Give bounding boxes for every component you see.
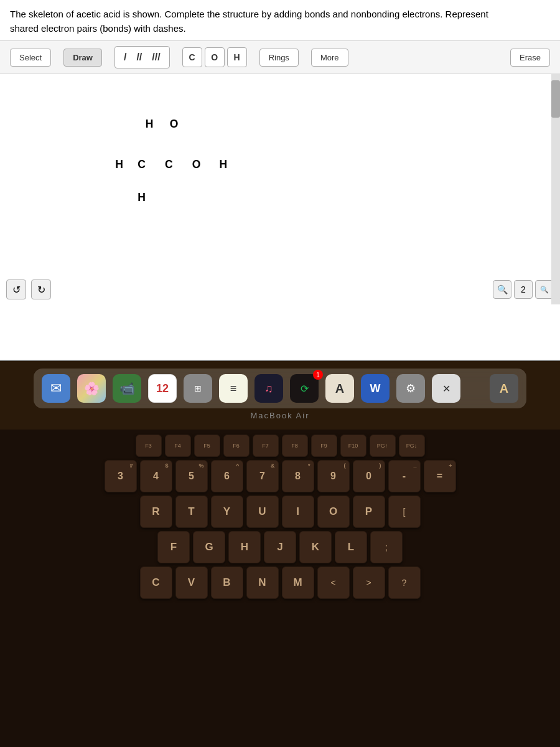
dock: ✉ 🌸 📹 12 ⊞ ≡ ♫ ⟳ 1 A W ⚙ bbox=[34, 369, 526, 408]
zoom-controls: 🔍 2 🔍 bbox=[493, 280, 554, 299]
key-r[interactable]: R bbox=[140, 496, 172, 528]
zxcv-row: C V B N M < > ? bbox=[12, 566, 548, 599]
key-p[interactable]: P bbox=[353, 496, 385, 528]
key-6[interactable]: ^ 6 bbox=[211, 460, 243, 492]
key-f[interactable]: F bbox=[157, 531, 190, 563]
atom-H-right: H bbox=[220, 158, 228, 171]
atom-H-top: H bbox=[146, 118, 154, 130]
double-bond-button[interactable]: // bbox=[133, 49, 146, 65]
key-f12[interactable]: PG↓ bbox=[399, 435, 425, 457]
erase-button[interactable]: Erase bbox=[510, 49, 550, 67]
key-plus[interactable]: + = bbox=[424, 460, 456, 492]
key-7[interactable]: & 7 bbox=[246, 460, 279, 492]
key-t[interactable]: T bbox=[175, 496, 208, 528]
atom-C-left: C bbox=[138, 158, 146, 171]
key-comma[interactable]: < bbox=[317, 566, 350, 599]
key-f11[interactable]: PG↑ bbox=[370, 435, 396, 457]
qwerty-row: R T Y U I O P [ bbox=[12, 496, 548, 528]
macbook-label: MacBook Air bbox=[251, 411, 310, 420]
atom-C-right: C bbox=[165, 158, 173, 171]
dock-music[interactable]: ♫ bbox=[253, 372, 285, 405]
redo-button[interactable]: ↻ bbox=[31, 280, 51, 299]
key-h[interactable]: H bbox=[228, 531, 261, 563]
key-f9[interactable]: F9 bbox=[311, 435, 337, 457]
key-5[interactable]: % 5 bbox=[175, 460, 208, 492]
atom-O-right: O bbox=[192, 158, 201, 171]
undo-button[interactable]: ↺ bbox=[6, 280, 26, 299]
dock-font[interactable]: A bbox=[324, 372, 356, 405]
bond-buttons: / // /// bbox=[114, 46, 170, 68]
canvas-area[interactable]: H O H C C O H H ↺ ↻ 🔍 2 🔍 bbox=[0, 74, 560, 304]
dock-reminders[interactable]: ≡ bbox=[217, 372, 250, 405]
spotify-badge: 1 bbox=[313, 370, 323, 380]
key-b[interactable]: B bbox=[211, 566, 243, 599]
atom-O-top: O bbox=[170, 118, 179, 130]
key-n[interactable]: N bbox=[246, 566, 279, 599]
key-j[interactable]: J bbox=[264, 531, 296, 563]
problem-text: The skeleton of acetic acid is shown. Co… bbox=[0, 0, 560, 41]
select-button[interactable]: Select bbox=[10, 49, 51, 67]
key-f7[interactable]: F7 bbox=[253, 435, 279, 457]
atom-H-bottom: H bbox=[138, 191, 146, 204]
key-m[interactable]: M bbox=[282, 566, 314, 599]
dock-facetime[interactable]: 📹 bbox=[111, 372, 143, 405]
key-8[interactable]: * 8 bbox=[282, 460, 314, 492]
key-0[interactable]: ) 0 bbox=[353, 460, 385, 492]
key-period[interactable]: > bbox=[353, 566, 385, 599]
more-button[interactable]: More bbox=[311, 49, 348, 67]
key-g[interactable]: G bbox=[193, 531, 225, 563]
rings-button[interactable]: Rings bbox=[259, 49, 299, 67]
key-o[interactable]: O bbox=[317, 496, 350, 528]
num-key-row: # 3 $ 4 % 5 ^ 6 & 7 * 8 bbox=[12, 460, 548, 492]
key-f3[interactable]: F3 bbox=[136, 435, 162, 457]
atom-H-left: H bbox=[115, 158, 123, 171]
molecule-svg: H O H C C O H H bbox=[0, 74, 560, 304]
key-dash[interactable]: _ - bbox=[388, 460, 421, 492]
key-i[interactable]: I bbox=[282, 496, 314, 528]
key-f4[interactable]: F4 bbox=[165, 435, 191, 457]
dock-launchpad[interactable]: ⊞ bbox=[182, 372, 214, 405]
carbon-button[interactable]: C bbox=[182, 47, 202, 67]
dock-spotify[interactable]: ⟳ 1 bbox=[288, 372, 320, 405]
zoom-in-button[interactable]: 🔍 bbox=[493, 280, 511, 299]
key-f8[interactable]: F8 bbox=[282, 435, 308, 457]
toolbar: Select Draw / // /// C O H Rings More Er… bbox=[0, 41, 560, 74]
dock-calendar[interactable]: 12 bbox=[146, 372, 179, 405]
dock-word[interactable]: W bbox=[359, 372, 391, 405]
toolbar-right: Erase bbox=[510, 49, 550, 67]
key-slash[interactable]: ? bbox=[388, 566, 421, 599]
scrollbar[interactable] bbox=[551, 74, 560, 304]
key-y[interactable]: Y bbox=[211, 496, 243, 528]
triple-bond-button[interactable]: /// bbox=[148, 49, 164, 65]
oxygen-button[interactable]: O bbox=[205, 47, 225, 67]
problem-line1: The skeleton of acetic acid is shown. Co… bbox=[10, 9, 488, 19]
hydrogen-button[interactable]: H bbox=[227, 47, 247, 67]
keyboard: F3 F4 F5 F6 F7 F8 F9 F10 PG↑ PG↓ # 3 $ 4… bbox=[0, 430, 560, 747]
zoom-reset-button[interactable]: 2 bbox=[514, 280, 533, 299]
dock-a-right[interactable]: A bbox=[488, 372, 520, 405]
key-4[interactable]: $ 4 bbox=[140, 460, 172, 492]
bottom-toolbar: ↺ ↻ 🔍 2 🔍 bbox=[6, 280, 554, 299]
key-3[interactable]: # 3 bbox=[105, 460, 137, 492]
undo-redo: ↺ ↻ bbox=[6, 280, 51, 299]
key-c-left[interactable]: C bbox=[140, 566, 172, 599]
key-l[interactable]: L bbox=[335, 531, 367, 563]
key-9[interactable]: ( 9 bbox=[317, 460, 350, 492]
dock-photos[interactable]: 🌸 bbox=[75, 372, 108, 405]
key-f10[interactable]: F10 bbox=[340, 435, 366, 457]
draw-button[interactable]: Draw bbox=[63, 49, 102, 67]
dock-mail[interactable]: ✉ bbox=[40, 372, 72, 405]
key-semicolon[interactable]: ; bbox=[370, 531, 403, 563]
dock-settings[interactable]: ⚙ bbox=[394, 372, 427, 405]
dock-close[interactable]: ✕ bbox=[430, 372, 462, 405]
single-bond-button[interactable]: / bbox=[120, 49, 130, 65]
scrollbar-thumb[interactable] bbox=[551, 80, 560, 118]
key-v[interactable]: V bbox=[175, 566, 208, 599]
key-bracket-open[interactable]: [ bbox=[388, 496, 421, 528]
key-k[interactable]: K bbox=[299, 531, 332, 563]
element-buttons: C O H bbox=[182, 47, 247, 67]
key-f6[interactable]: F6 bbox=[223, 435, 250, 457]
key-u[interactable]: U bbox=[246, 496, 279, 528]
key-f5[interactable]: F5 bbox=[194, 435, 220, 457]
fn-key-row: F3 F4 F5 F6 F7 F8 F9 F10 PG↑ PG↓ bbox=[12, 435, 548, 457]
